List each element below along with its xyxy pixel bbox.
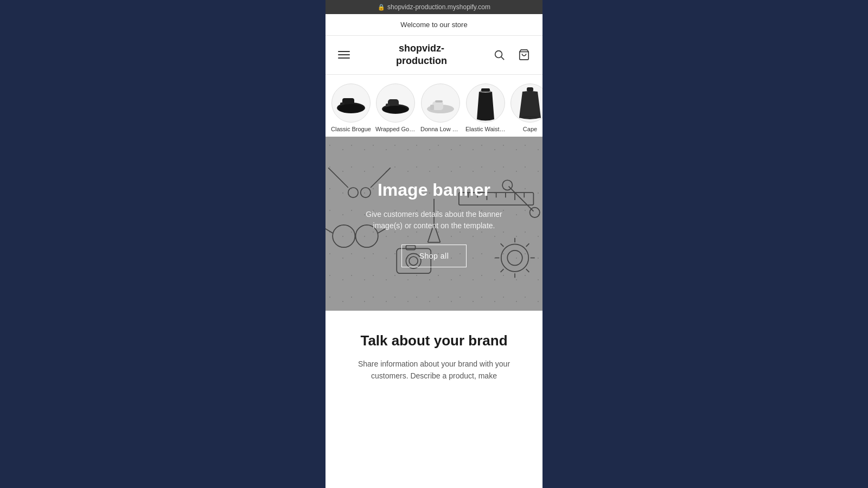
svg-line-51 bbox=[501, 269, 504, 272]
svg-point-0 bbox=[495, 51, 502, 58]
elastic-dress-image bbox=[469, 84, 502, 122]
svg-line-27 bbox=[509, 186, 534, 211]
svg-rect-17 bbox=[527, 87, 533, 92]
svg-line-50 bbox=[526, 243, 529, 247]
wrapped-golf-image bbox=[379, 89, 412, 117]
svg-line-20 bbox=[326, 228, 333, 233]
banner-title: Image banner bbox=[378, 180, 490, 200]
cart-icon bbox=[518, 49, 530, 61]
product-circle-classic-brogue bbox=[331, 84, 371, 123]
address-bar: 🔒 shopvidz-production.myshopify.com bbox=[326, 0, 542, 14]
product-circle-wrapped-golf bbox=[376, 84, 415, 123]
svg-line-49 bbox=[526, 269, 529, 272]
product-label-wrapped-golf: Wrapped Golf ... bbox=[375, 126, 416, 132]
product-circle-cape bbox=[510, 84, 542, 123]
site-title: shopvidz- production bbox=[396, 42, 447, 68]
svg-point-30 bbox=[361, 188, 371, 197]
svg-point-18 bbox=[333, 225, 355, 247]
search-icon bbox=[493, 49, 505, 61]
svg-point-28 bbox=[502, 180, 512, 190]
product-item-elastic-waist[interactable]: Elastic Waist D... bbox=[465, 84, 506, 132]
product-item-cape[interactable]: Cape bbox=[510, 84, 542, 132]
donna-low-top-image bbox=[424, 89, 457, 117]
svg-rect-13 bbox=[430, 105, 434, 110]
brand-title: Talk about your brand bbox=[339, 332, 529, 349]
svg-point-6 bbox=[338, 104, 364, 113]
svg-point-42 bbox=[501, 244, 528, 271]
svg-line-33 bbox=[328, 168, 348, 188]
cape-image bbox=[514, 84, 542, 122]
product-label-elastic-waist: Elastic Waist D... bbox=[465, 126, 506, 132]
svg-point-29 bbox=[530, 207, 540, 217]
svg-point-43 bbox=[507, 251, 522, 266]
product-circles-row: Classic Brogue Wrapped Golf ... bbox=[326, 75, 542, 137]
shop-all-button[interactable]: Shop all bbox=[401, 245, 467, 267]
lock-icon: 🔒 bbox=[378, 4, 385, 11]
product-item-classic-brogue[interactable]: Classic Brogue bbox=[331, 84, 371, 132]
welcome-banner: Welcome to our store bbox=[326, 14, 542, 36]
product-label-classic-brogue: Classic Brogue bbox=[331, 126, 371, 132]
svg-rect-16 bbox=[480, 91, 491, 93]
brand-section: Talk about your brand Share information … bbox=[326, 311, 542, 399]
classic-brogue-image bbox=[335, 89, 367, 117]
search-button[interactable] bbox=[489, 45, 509, 65]
brand-description: Share information about your brand with … bbox=[339, 358, 529, 382]
product-circle-elastic-waist bbox=[466, 84, 505, 123]
header-icons bbox=[489, 45, 534, 65]
banner-description: Give customers details about the banner … bbox=[358, 209, 510, 232]
hamburger-icon bbox=[338, 51, 350, 59]
svg-rect-14 bbox=[435, 100, 443, 102]
product-item-wrapped-golf[interactable]: Wrapped Golf ... bbox=[375, 84, 416, 132]
hamburger-button[interactable] bbox=[334, 45, 354, 65]
svg-line-1 bbox=[501, 57, 504, 60]
product-item-donna-low-top[interactable]: Donna Low Top bbox=[420, 84, 461, 132]
svg-point-31 bbox=[348, 188, 358, 197]
product-label-donna-low-top: Donna Low Top bbox=[420, 126, 461, 132]
address-text: shopvidz-production.myshopify.com bbox=[387, 3, 490, 11]
svg-line-48 bbox=[501, 243, 504, 247]
site-header: shopvidz- production bbox=[326, 36, 542, 75]
cart-button[interactable] bbox=[514, 45, 534, 65]
product-circle-donna-low-top bbox=[421, 84, 460, 123]
svg-point-10 bbox=[383, 106, 408, 113]
image-banner-section: Image banner Give customers details abou… bbox=[326, 137, 542, 311]
product-label-cape: Cape bbox=[523, 126, 537, 132]
welcome-text: Welcome to our store bbox=[400, 21, 467, 29]
